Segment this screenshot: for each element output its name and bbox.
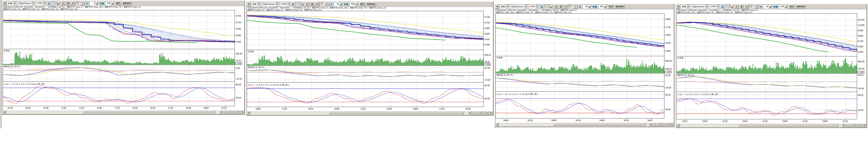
instrument-type-select[interactable]: 先物▼ bbox=[251, 2, 261, 6]
magnify-button[interactable]: ⊕ bbox=[489, 111, 493, 115]
period-button-4[interactable]: T bbox=[754, 5, 758, 8]
scroll-right-button[interactable]: ► bbox=[468, 111, 472, 115]
period-button-2[interactable]: 月 bbox=[71, 1, 75, 5]
period-button-0[interactable]: 日 bbox=[305, 2, 309, 6]
zoom-out-button[interactable]: - bbox=[849, 123, 852, 127]
window-menu-button[interactable]: ▼ bbox=[247, 2, 250, 6]
period-button-4[interactable]: T bbox=[325, 2, 329, 6]
period-button-3[interactable]: 分 bbox=[320, 2, 324, 6]
scroll-left-button[interactable]: ◄ bbox=[495, 123, 499, 126]
mode-d-button[interactable]: D bbox=[478, 111, 482, 115]
scrollbar-track[interactable] bbox=[680, 123, 842, 127]
period-button-3[interactable]: 分 bbox=[568, 5, 573, 8]
zoom-out-button[interactable]: - bbox=[226, 110, 230, 114]
scroll-right-button[interactable]: ► bbox=[649, 123, 652, 126]
zoom-in-button[interactable]: + bbox=[472, 111, 475, 115]
scrollbar-track[interactable] bbox=[250, 111, 468, 115]
scroll-left-button[interactable]: ◄ bbox=[676, 123, 680, 127]
symbol-select[interactable]: 日経225mini▼ bbox=[261, 2, 279, 6]
scrollbar-thumb[interactable] bbox=[329, 111, 464, 114]
multi-symbol-button[interactable]: 複数銘柄 bbox=[795, 5, 806, 8]
period-button-2[interactable]: 月 bbox=[563, 5, 568, 8]
scroll-left-button[interactable]: ◄ bbox=[3, 110, 6, 114]
mode-r-button[interactable]: R bbox=[237, 110, 241, 114]
contract-month-select[interactable]: 12/06▼ bbox=[529, 4, 539, 9]
spinner-button[interactable] bbox=[604, 5, 607, 8]
zoom-in-button[interactable]: + bbox=[223, 110, 226, 114]
period-button-0[interactable]: 日 bbox=[554, 5, 558, 8]
minute-spinner[interactable]: 30 bbox=[582, 4, 591, 9]
mode-l-button[interactable]: L bbox=[234, 110, 237, 114]
contract-month-select[interactable]: 12/06▼ bbox=[709, 4, 720, 9]
scrollbar-thumb[interactable] bbox=[83, 110, 215, 113]
chart-canvas[interactable]: 出来高MACD( 12, 26, 9 )スロー・ストキャスティクス( 14, 3… bbox=[247, 11, 492, 111]
spinner-button[interactable] bbox=[355, 2, 358, 6]
period-button-3[interactable]: 分 bbox=[749, 5, 753, 8]
period-button-0[interactable]: 日 bbox=[735, 5, 739, 8]
chart-canvas[interactable]: 出来高MACD( 12, 26, 9 )スロー・ストキャスティクス( 14, 3… bbox=[677, 13, 866, 123]
symbol-select[interactable]: 日経225mini▼ bbox=[510, 4, 528, 9]
magnify-button[interactable]: ⊕ bbox=[670, 123, 673, 126]
mode-r-button[interactable]: R bbox=[859, 123, 863, 127]
apply-button[interactable]: 適用 bbox=[608, 5, 614, 8]
mode-d-button[interactable]: D bbox=[230, 110, 234, 114]
period-button-1[interactable]: 週 bbox=[739, 5, 744, 8]
minute-spinner[interactable]: 60 bbox=[763, 4, 772, 9]
spinner-button[interactable] bbox=[769, 5, 772, 8]
zoom-in-button[interactable]: + bbox=[845, 123, 849, 127]
window-menu-button[interactable]: ▼ bbox=[495, 5, 499, 8]
period-button-4[interactable]: T bbox=[81, 1, 85, 5]
spinner-button[interactable] bbox=[588, 5, 591, 8]
spinner-button[interactable] bbox=[96, 1, 98, 5]
mode-r-button[interactable]: R bbox=[666, 123, 670, 126]
chart-canvas[interactable]: 出来高MACD( 12, 26, 9 )スロー・ストキャスティクス( 14, 3… bbox=[496, 13, 673, 123]
period-button-1[interactable]: 週 bbox=[559, 5, 563, 8]
window-menu-button[interactable]: ▼ bbox=[2, 1, 6, 5]
bar-count-spinner[interactable]: 500 bbox=[105, 1, 114, 5]
scrollbar-thumb[interactable] bbox=[553, 123, 646, 126]
contract-month-select[interactable]: 12/06▼ bbox=[36, 1, 47, 5]
period-button-0[interactable]: 日 bbox=[61, 1, 65, 5]
chart-canvas[interactable]: 出来高MACD( 12, 26, 9 )スロー・ストキャスティクス( 14, 3… bbox=[3, 10, 244, 110]
instrument-type-select[interactable]: 先物▼ bbox=[680, 4, 690, 9]
instrument-type-select[interactable]: 先物▼ bbox=[500, 4, 509, 9]
window-menu-button[interactable]: ▼ bbox=[676, 5, 680, 8]
instrument-type-select[interactable]: 先物▼ bbox=[7, 1, 17, 5]
multi-symbol-button[interactable]: 複数銘柄 bbox=[366, 2, 376, 6]
magnify-button[interactable]: ⊕ bbox=[241, 110, 244, 114]
spinner-button[interactable] bbox=[112, 1, 114, 5]
mode-l-button[interactable]: L bbox=[856, 123, 859, 127]
minute-spinner[interactable]: 15 bbox=[334, 2, 343, 6]
scroll-right-button[interactable]: ► bbox=[842, 123, 845, 127]
scrollbar-track[interactable] bbox=[499, 123, 649, 126]
apply-button[interactable]: 適用 bbox=[115, 1, 121, 5]
period-button-1[interactable]: 週 bbox=[66, 1, 70, 5]
spinner-button[interactable] bbox=[340, 2, 342, 6]
spinner-button[interactable] bbox=[785, 5, 788, 8]
apply-button[interactable]: 適用 bbox=[788, 5, 795, 8]
scrollbar-thumb[interactable] bbox=[738, 123, 839, 126]
symbol-select[interactable]: 日経225mini▼ bbox=[691, 4, 709, 9]
bar-count-spinner[interactable]: 500 bbox=[349, 2, 359, 6]
mode-l-button[interactable]: L bbox=[482, 111, 486, 115]
period-button-1[interactable]: 週 bbox=[310, 2, 314, 6]
zoom-out-button[interactable]: - bbox=[656, 123, 659, 126]
multi-symbol-button[interactable]: 複数銘柄 bbox=[614, 5, 625, 8]
scrollbar-track[interactable] bbox=[6, 110, 219, 114]
bar-count-spinner[interactable]: 500 bbox=[779, 4, 788, 9]
mode-d-button[interactable]: D bbox=[659, 123, 663, 126]
zoom-in-button[interactable]: + bbox=[652, 123, 656, 126]
multi-symbol-button[interactable]: 複数銘柄 bbox=[122, 1, 132, 5]
period-button-2[interactable]: 月 bbox=[315, 2, 319, 6]
period-button-3[interactable]: 分 bbox=[75, 1, 80, 5]
apply-button[interactable]: 適用 bbox=[359, 2, 365, 6]
scroll-right-button[interactable]: ► bbox=[219, 110, 223, 114]
magnify-button[interactable]: ⊕ bbox=[863, 123, 866, 127]
minute-spinner[interactable]: 5 bbox=[90, 1, 98, 5]
mode-d-button[interactable]: D bbox=[852, 123, 856, 127]
mode-r-button[interactable]: R bbox=[486, 111, 489, 115]
mode-l-button[interactable]: L bbox=[663, 123, 666, 126]
scroll-left-button[interactable]: ◄ bbox=[247, 111, 250, 115]
zoom-out-button[interactable]: - bbox=[475, 111, 478, 115]
period-button-2[interactable]: 月 bbox=[744, 5, 749, 8]
